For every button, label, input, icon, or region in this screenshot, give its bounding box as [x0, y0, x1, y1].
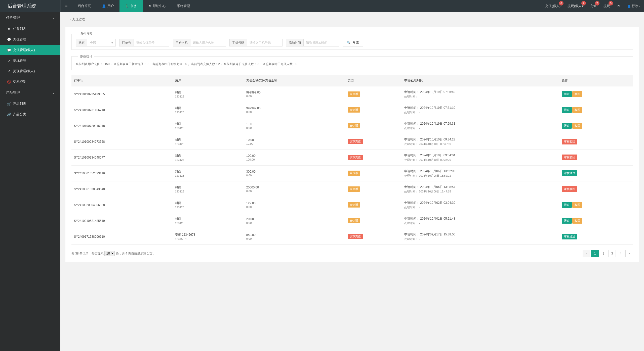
op-button[interactable]: 驳回 — [572, 91, 582, 97]
op-button[interactable]: 审核驳回 — [562, 139, 577, 144]
badge: 2 — [595, 1, 599, 6]
page-button[interactable]: » — [625, 250, 633, 257]
op-button[interactable]: 驳回 — [572, 218, 582, 224]
op-button[interactable]: 驳回 — [572, 107, 582, 113]
refresh-button[interactable] — [614, 0, 624, 12]
cell-ops: 审核驳回 — [559, 181, 633, 197]
cell-amount: 999999.000.00 — [244, 102, 345, 118]
orderno-field: 订单号 — [119, 39, 169, 46]
cell-order: SY2410190735499805 — [71, 86, 173, 102]
cell-type: 泰达币 — [345, 102, 402, 118]
page-button[interactable]: « — [583, 250, 590, 257]
page-button[interactable]: 2 — [600, 250, 607, 257]
chevron-down-icon: ⌄ — [52, 91, 54, 94]
op-button[interactable]: 审核驳回 — [562, 155, 577, 160]
status-label: 状态 — [76, 39, 87, 46]
chevron-down-icon: ▾ — [639, 5, 640, 8]
pager-info: 共 38 条记录，每页显示 10 条，共 4 页当前显示第 1 页。 — [71, 251, 155, 256]
search-legend: 条件搜索 — [78, 32, 94, 36]
link-icon: 🔗 — [7, 113, 11, 116]
nav-item[interactable]: 👤用户 — [96, 0, 119, 12]
search-icon: 🔍 — [347, 41, 351, 44]
search-button[interactable]: 🔍 搜 索 — [343, 39, 363, 46]
sidebar-item[interactable]: 🛒产品列表 — [0, 98, 60, 109]
sidebar-group-title[interactable]: 产品管理⌄ — [0, 87, 60, 98]
top-right-item[interactable]: 提现0 — [600, 0, 614, 12]
top-right-item[interactable]: 提现(假人)2 — [564, 0, 586, 12]
nav-item[interactable]: 系统管理 — [171, 0, 195, 12]
page-button[interactable]: 3 — [608, 250, 616, 257]
op-button[interactable]: 驳回 — [572, 202, 582, 208]
op-button[interactable]: 通过 — [562, 91, 572, 97]
orderno-input[interactable] — [134, 39, 169, 46]
cell-amount: 20000.000.00 — [244, 181, 345, 197]
out-icon: ↗ — [7, 59, 11, 63]
op-button[interactable]: 审核通过 — [562, 234, 577, 239]
op-button[interactable]: 通过 — [562, 218, 572, 224]
refresh-icon — [617, 4, 620, 9]
table-row: SY2410061352023116封面123123300.000.00泰达币申… — [71, 165, 633, 181]
table-row: SY2410100934273528封面12312310.0010.00线下充值… — [71, 134, 633, 149]
op-button[interactable]: 通过 — [562, 123, 572, 129]
cell-time: 申请时间： 2024年09月17日 15:38:00处理时间： - — [402, 229, 559, 244]
page-button[interactable]: 1 — [591, 250, 599, 257]
cell-ops: 审核驳回 — [559, 134, 633, 149]
column-header: 操作 — [559, 75, 633, 86]
search-btn-label: 搜 索 — [352, 41, 359, 45]
page-button[interactable]: 4 — [617, 250, 624, 257]
sidebar-item[interactable]: 🚫交易控制 — [0, 76, 60, 87]
stats-legend: 数据统计 — [78, 54, 94, 59]
sidebar-item[interactable]: ↗提现管理(假人) — [0, 66, 60, 76]
cell-user: 封面123123 — [173, 118, 244, 134]
cell-user: 安娜 1234567812345678 — [173, 229, 244, 244]
op-button[interactable]: 驳回 — [572, 123, 582, 129]
nav-item[interactable]: 后台首页 — [72, 0, 96, 12]
cell-amount: 10.0010.00 — [244, 134, 345, 149]
sidebar-item[interactable]: 🔗产品分类 — [0, 109, 60, 120]
sidebar-item[interactable]: 💬充值管理 — [0, 34, 60, 45]
cell-user: 封面123123 — [173, 197, 244, 213]
phone-input[interactable] — [247, 39, 282, 46]
breadcrumb-sep: » — [69, 17, 72, 21]
perpage-select[interactable]: 10 — [104, 251, 115, 256]
op-button[interactable]: 审核驳回 — [562, 186, 577, 192]
sidebar: 任务管理⌄≡任务列表💬充值管理💬充值管理(假人)↗提现管理↗提现管理(假人)🚫交… — [0, 12, 60, 351]
sidebar-toggle-icon[interactable]: ≡ — [60, 0, 72, 12]
list-icon: ≡ — [7, 27, 11, 31]
top-right-item[interactable]: 充值(假人)6 — [542, 0, 564, 12]
username-field: 用户名称 — [173, 39, 226, 46]
walk-icon: 🚶 — [125, 4, 129, 8]
status-field[interactable]: 状态 全部 ▼ — [76, 39, 116, 46]
time-input[interactable] — [304, 39, 339, 46]
cell-amount: 122.000.00 — [244, 197, 345, 213]
sidebar-item[interactable]: 💬充值管理(假人) — [0, 45, 60, 55]
sidebar-group-title[interactable]: 任务管理⌄ — [0, 12, 60, 24]
cell-ops: 审核通过 — [559, 229, 633, 244]
cell-amount: 850.000.00 — [244, 229, 345, 244]
phone-field: 手机号码 — [229, 39, 283, 46]
time-label: 添加时间 — [286, 39, 304, 46]
cell-time: 申请时间： 2024年10月19日 07:29:31处理时间： - — [402, 118, 559, 134]
cell-type: 线下充值 — [345, 134, 402, 149]
topbar: 后台管理系统 ≡ 后台首页👤用户🚶任务⚑帮助中心系统管理 充值(假人)6提现(假… — [0, 0, 644, 12]
cell-user: 封面123123 — [173, 102, 244, 118]
content: » 充值管理 条件搜索 状态 全部 ▼ 订单号 用户名称 — [60, 12, 644, 351]
nav-item[interactable]: ⚑帮助中心 — [143, 0, 171, 12]
cell-ops: 审核通过 — [559, 165, 633, 181]
sidebar-item[interactable]: ↗提现管理 — [0, 55, 60, 66]
nav-item[interactable]: 🚶任务 — [119, 0, 143, 12]
op-button[interactable]: 通过 — [562, 107, 572, 113]
type-tag: 泰达币 — [348, 91, 360, 97]
table-row: SY2410100934048077封面123123100.00100.00线下… — [71, 149, 633, 165]
op-button[interactable]: 审核通过 — [562, 170, 577, 176]
username-label: 用户名称 — [173, 39, 190, 46]
admin-menu[interactable]: 行政 ▾ — [624, 0, 644, 12]
table-row: SY2410010521485519封面12312320.000.00泰达币申请… — [71, 213, 633, 229]
op-button[interactable]: 通过 — [562, 202, 572, 208]
search-row: 状态 全部 ▼ 订单号 用户名称 手机号码 — [76, 39, 629, 46]
column-header: 用户 — [173, 75, 244, 86]
cell-type: 泰达币 — [345, 118, 402, 134]
username-input[interactable] — [190, 39, 226, 46]
top-right-item[interactable]: 充值2 — [586, 0, 600, 12]
sidebar-item[interactable]: ≡任务列表 — [0, 24, 60, 34]
